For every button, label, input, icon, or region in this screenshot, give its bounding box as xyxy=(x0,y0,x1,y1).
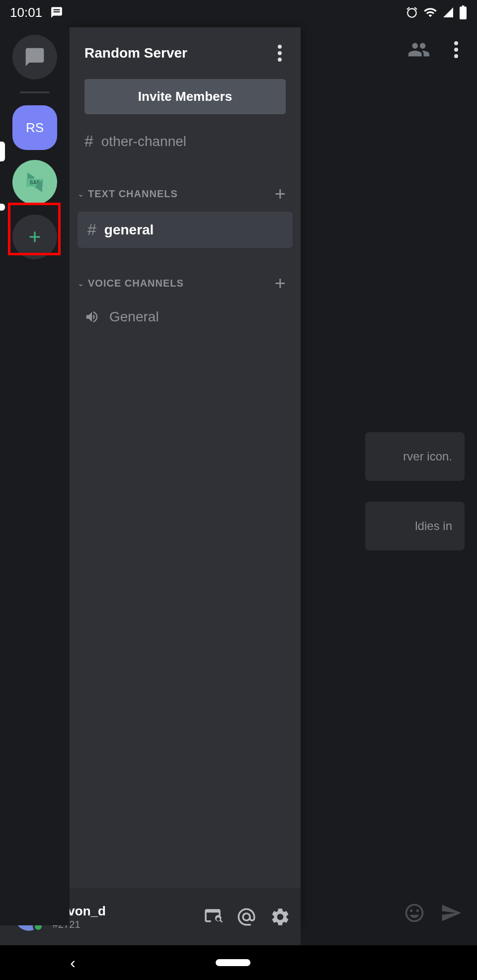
chevron-down-icon: ⌄ xyxy=(78,189,84,199)
voice-channel-general[interactable]: General xyxy=(70,301,301,333)
status-time: 10:01 xyxy=(10,5,42,20)
alarm-icon xyxy=(405,6,418,19)
message-notification-icon xyxy=(50,6,63,19)
user-info[interactable]: devon_d #2721 xyxy=(53,904,192,930)
settings-icon[interactable] xyxy=(270,906,291,927)
chat-more-button[interactable] xyxy=(450,41,462,58)
panel-header[interactable]: Random Server xyxy=(70,27,301,74)
speaker-icon xyxy=(84,309,99,324)
invite-members-button[interactable]: Invite Members xyxy=(84,79,286,114)
android-nav-bar: ‹ xyxy=(0,945,477,980)
category-label: VOICE CHANNELS xyxy=(88,278,184,289)
mentions-icon[interactable] xyxy=(236,906,257,927)
server-title: Random Server xyxy=(84,45,187,61)
hash-icon: # xyxy=(84,132,93,151)
active-server-indicator xyxy=(0,142,5,161)
server-indicator xyxy=(0,204,5,211)
bg-card: ldies in xyxy=(365,502,465,550)
wifi-icon xyxy=(423,5,437,19)
channel-label: General xyxy=(109,309,159,325)
username: devon_d xyxy=(53,904,192,919)
signal-icon xyxy=(442,6,454,18)
category-voice-channels[interactable]: ⌄ VOICE CHANNELS + xyxy=(70,258,301,301)
bg-card: rver icon. xyxy=(365,432,465,481)
server-sas[interactable]: SAS xyxy=(12,160,57,205)
channel-general[interactable]: # general xyxy=(78,212,293,248)
category-text-channels[interactable]: ⌄ TEXT CHANNELS + xyxy=(70,168,301,212)
hash-icon: # xyxy=(87,221,96,239)
channel-label: other-channel xyxy=(101,134,186,150)
emoji-icon[interactable] xyxy=(403,902,425,924)
status-bar: 10:01 xyxy=(0,0,477,25)
dm-button[interactable] xyxy=(12,35,57,79)
add-server-button[interactable] xyxy=(12,215,57,259)
server-rail: RS SAS xyxy=(0,27,70,925)
discriminator: #2721 xyxy=(53,919,192,930)
category-label: TEXT CHANNELS xyxy=(88,188,178,200)
channel-panel: Random Server Invite Members # other-cha… xyxy=(70,27,301,925)
channel-other-channel[interactable]: # other-channel xyxy=(70,124,301,158)
chevron-down-icon: ⌄ xyxy=(78,279,84,288)
home-indicator[interactable] xyxy=(216,959,250,966)
members-icon[interactable] xyxy=(407,42,430,58)
send-icon[interactable] xyxy=(440,902,462,924)
browse-channels-icon[interactable] xyxy=(202,906,223,927)
add-voice-channel-button[interactable]: + xyxy=(275,273,286,294)
add-text-channel-button[interactable]: + xyxy=(275,183,286,205)
sas-logo-icon: SAS xyxy=(17,165,52,200)
chat-header-icons xyxy=(378,27,477,72)
server-initials: RS xyxy=(26,120,44,136)
server-random-server[interactable]: RS xyxy=(12,105,57,150)
rail-divider xyxy=(20,91,50,93)
channel-label: general xyxy=(104,222,154,238)
plus-icon xyxy=(26,228,44,246)
server-more-button[interactable] xyxy=(274,45,286,62)
back-button[interactable]: ‹ xyxy=(70,954,76,972)
battery-icon xyxy=(459,5,467,19)
chat-input-icons xyxy=(298,886,477,940)
